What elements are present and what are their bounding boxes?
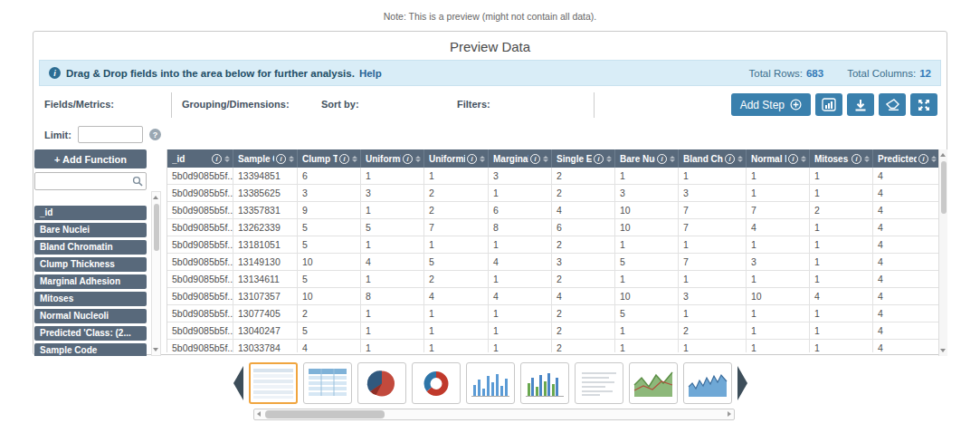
sort-icon[interactable] xyxy=(224,156,230,162)
add-step-button[interactable]: Add Step xyxy=(731,93,811,116)
table-cell: 4 xyxy=(298,340,361,352)
sort-icon[interactable] xyxy=(352,156,357,162)
table-cell: 13394851 xyxy=(233,168,298,185)
scroll-up-icon[interactable] xyxy=(940,153,946,157)
question-icon[interactable]: ? xyxy=(149,129,161,140)
table-thumbnail[interactable] xyxy=(303,362,352,404)
table-row[interactable]: 5b0d9085b5f...133948516113211114 xyxy=(167,168,939,185)
field-item-marginal-adhesion[interactable]: Marginal Adhesion xyxy=(34,274,147,289)
sort-icon[interactable] xyxy=(480,156,485,162)
column-header[interactable]: Marginal Adhesioni xyxy=(489,149,552,168)
info-icon[interactable]: i xyxy=(852,154,861,164)
scroll-down-icon[interactable] xyxy=(153,348,158,351)
table-row[interactable]: 5b0d9085b5f...1335783191264107724 xyxy=(167,202,939,219)
column-header[interactable]: Bare Nucleii xyxy=(615,149,679,168)
sort-icon[interactable] xyxy=(737,156,743,162)
info-icon[interactable]: i xyxy=(212,154,222,164)
pie-chart-thumbnail[interactable] xyxy=(357,362,406,404)
table-row[interactable]: 5b0d9085b5f...130774052111251114 xyxy=(167,305,939,322)
column-header[interactable]: Sample Codei xyxy=(233,149,298,168)
carousel-right-arrow-icon[interactable] xyxy=(737,366,747,400)
scrollbar-thumb[interactable] xyxy=(154,204,159,251)
sort-icon[interactable] xyxy=(415,156,421,162)
info-icon[interactable]: i xyxy=(918,154,928,164)
sort-icon[interactable] xyxy=(289,156,294,162)
table-row[interactable]: 5b0d9085b5f...131810515111211114 xyxy=(167,236,939,254)
field-item-bland-chromatin[interactable]: Bland Chromatin xyxy=(34,240,147,255)
fields-metrics-dropzone[interactable]: Fields/Metrics: xyxy=(44,99,114,110)
scroll-right-icon[interactable] xyxy=(728,411,731,417)
add-function-button[interactable]: + Add Function xyxy=(34,149,147,168)
field-item-normal-nucleoli[interactable]: Normal Nucleoli xyxy=(34,309,147,323)
fullscreen-button[interactable] xyxy=(910,93,937,116)
scroll-down-icon[interactable] xyxy=(940,349,946,352)
visualization-button[interactable] xyxy=(815,93,842,116)
carousel-scrollbar[interactable] xyxy=(253,409,735,420)
sort-icon[interactable] xyxy=(864,156,870,162)
column-header[interactable]: Uniformityi xyxy=(424,149,489,168)
info-icon[interactable]: i xyxy=(530,154,540,164)
info-icon[interactable]: i xyxy=(788,154,798,164)
plus-circle-icon xyxy=(790,99,802,111)
sort-icon[interactable] xyxy=(801,156,806,162)
filters-dropzone[interactable]: Filters: xyxy=(457,99,490,110)
table-row[interactable]: 5b0d9085b5f...1326233955786107414 xyxy=(167,219,939,236)
area-chart-blue-thumbnail[interactable] xyxy=(683,362,732,404)
sort-by-dropzone[interactable]: Sort by: xyxy=(321,99,359,110)
grouping-dimensions-dropzone[interactable]: Grouping/Dimensions: xyxy=(182,99,290,110)
field-search-input[interactable] xyxy=(34,172,147,190)
field-item-predicted-class-2[interactable]: Predicted 'Class: (2... xyxy=(34,326,147,341)
scroll-left-icon[interactable] xyxy=(257,411,261,417)
sort-icon[interactable] xyxy=(931,156,937,162)
info-icon[interactable]: i xyxy=(467,154,477,164)
scrollbar-thumb[interactable] xyxy=(265,410,385,419)
column-header[interactable]: Normal Nucleolii xyxy=(747,149,810,168)
field-item-mitoses[interactable]: Mitoses xyxy=(34,292,147,306)
field-item-bare-nuclei[interactable]: Bare Nuclei xyxy=(34,223,147,237)
datagrid-thumbnail[interactable] xyxy=(249,362,298,404)
scroll-up-icon[interactable] xyxy=(153,196,158,199)
field-item-sample-code[interactable]: Sample Code xyxy=(34,343,147,356)
info-icon[interactable]: i xyxy=(657,154,667,164)
column-header[interactable]: Uniformityi xyxy=(361,149,424,168)
info-icon[interactable]: i xyxy=(725,154,735,164)
info-icon[interactable]: i xyxy=(276,154,286,164)
field-item-id[interactable]: _id xyxy=(34,206,147,220)
table-row[interactable]: 5b0d9085b5f...130337844111211114 xyxy=(167,340,939,352)
area-chart-thumbnail[interactable] xyxy=(629,362,678,404)
help-link[interactable]: Help xyxy=(359,68,382,79)
field-item-clump-thickness[interactable]: Clump Thickness xyxy=(34,257,147,272)
table-cell: 5 xyxy=(615,254,679,271)
table-cell: 7 xyxy=(679,254,747,271)
donut-chart-thumbnail[interactable] xyxy=(412,362,461,404)
info-icon[interactable]: i xyxy=(594,154,604,164)
table-row[interactable]: 5b0d9085b5f...130402475111212114 xyxy=(167,322,939,340)
bar-chart-thumbnail[interactable] xyxy=(466,362,515,404)
column-chart-thumbnail[interactable] xyxy=(520,362,569,404)
fields-scrollbar[interactable] xyxy=(151,191,161,356)
column-header[interactable]: _idi xyxy=(167,149,233,168)
sort-icon[interactable] xyxy=(670,156,675,162)
carousel-left-arrow-icon[interactable] xyxy=(233,366,243,400)
table-row[interactable]: 5b0d9085b5f...133856253321233114 xyxy=(167,185,939,202)
sort-icon[interactable] xyxy=(606,156,612,162)
download-button[interactable] xyxy=(847,93,874,116)
report-thumbnail[interactable] xyxy=(575,362,623,404)
table-scrollbar[interactable] xyxy=(938,149,947,356)
column-header[interactable]: Predicted 'Classi xyxy=(873,149,939,168)
clear-button[interactable] xyxy=(879,93,906,116)
sort-icon[interactable] xyxy=(543,156,548,162)
table-row[interactable]: 5b0d9085b5f...1314913010454357314 xyxy=(167,254,939,271)
scrollbar-thumb[interactable] xyxy=(941,161,947,214)
table-row[interactable]: 5b0d9085b5f...131346115121211114 xyxy=(167,271,939,288)
column-header[interactable]: Bland Chromatini xyxy=(679,149,747,168)
column-header[interactable]: Mitosesi xyxy=(810,149,873,168)
column-header[interactable]: Single Epitheliali xyxy=(552,149,615,168)
limit-input[interactable] xyxy=(78,126,143,143)
table-cell: 1 xyxy=(810,322,873,340)
info-icon[interactable]: i xyxy=(403,154,413,164)
app-window: Note: This is a preview (might not conta… xyxy=(0,0,980,433)
table-row[interactable]: 5b0d9085b5f...131073571084441031044 xyxy=(167,288,939,305)
column-header[interactable]: Clump Thicknessi xyxy=(298,149,361,168)
info-icon[interactable]: i xyxy=(339,154,349,164)
